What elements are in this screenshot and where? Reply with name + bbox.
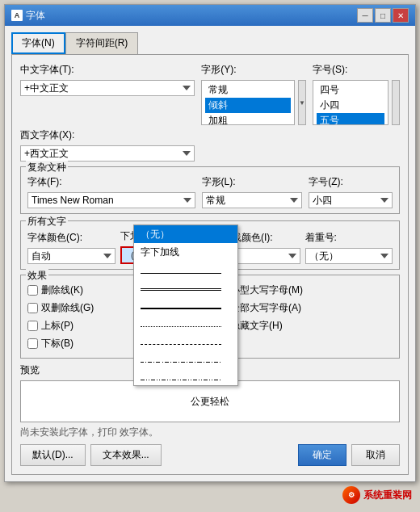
- tab-font[interactable]: 字体(N): [11, 32, 65, 54]
- tab-spacing[interactable]: 字符间距(R): [65, 32, 139, 54]
- chinese-font-group: 中文字体(T): +中文正文: [20, 63, 195, 125]
- tab-panel-font: 中文字体(T): +中文正文 字形(Y): 常规 倾斜 加粗 ▼: [11, 54, 409, 475]
- title-controls: ─ □ ✕: [357, 8, 409, 23]
- complex-font-label: 字体(F):: [27, 175, 195, 189]
- style-bold[interactable]: 加粗: [205, 113, 291, 125]
- superscript-label: 上标(P): [41, 319, 74, 333]
- size-5[interactable]: 五号: [317, 113, 384, 125]
- tab-bar: 字体(N) 字符间距(R): [11, 32, 409, 54]
- effect-small-caps: 小型大写字母(M): [216, 283, 393, 297]
- size-small4[interactable]: 小四: [317, 98, 384, 113]
- complex-section: 复杂文种 字体(F): Times New Roman 字形(L): 常规: [20, 166, 400, 214]
- dropdown-item-none[interactable]: （无）: [134, 225, 237, 243]
- row2: 西文字体(X): +西文正文: [20, 128, 400, 162]
- window-icon: A: [11, 10, 23, 21]
- logo-area: ⚙ 系统重装网: [342, 486, 412, 504]
- dropdown-item-dashed[interactable]: [134, 332, 237, 350]
- title-bar: A 字体 ─ □ ✕: [5, 5, 415, 26]
- chinese-font-label: 中文字体(T):: [20, 63, 195, 77]
- logo-text: 系统重装网: [363, 489, 412, 502]
- row1: 中文字体(T): +中文正文 字形(Y): 常规 倾斜 加粗 ▼: [20, 63, 400, 125]
- dropdown-item-dashdot[interactable]: [134, 350, 237, 367]
- ok-button[interactable]: 确定: [298, 444, 346, 466]
- preview-note: 尚未安装此字体，打印 效字体。: [20, 426, 400, 439]
- style-listbox[interactable]: 常规 倾斜 加粗: [201, 80, 295, 125]
- double-strikethrough-checkbox[interactable]: [27, 303, 38, 313]
- subscript-checkbox[interactable]: [27, 338, 38, 349]
- font-color-select[interactable]: 自动: [27, 248, 116, 264]
- text-effect-button[interactable]: 文本效果...: [90, 444, 162, 466]
- dropdown-item-thick[interactable]: [134, 296, 237, 314]
- size-4[interactable]: 四号: [317, 82, 384, 98]
- effects-title: 效果: [26, 269, 48, 283]
- close-button[interactable]: ✕: [393, 8, 409, 23]
- western-font-group: 西文字体(X): +西文正文: [20, 128, 195, 162]
- emphasis-select[interactable]: （无）: [305, 248, 393, 264]
- dropdown-item-word-underline[interactable]: 字下加线: [134, 243, 237, 261]
- preview-box: 公更轻松: [20, 380, 400, 422]
- style-normal[interactable]: 常规: [205, 82, 291, 98]
- size-listbox[interactable]: 四号 小四 五号: [313, 80, 388, 125]
- window-title: 字体: [26, 9, 45, 23]
- minimize-button[interactable]: ─: [357, 8, 373, 23]
- underline-dropdown: （无） 字下加线: [133, 225, 238, 386]
- effects-area: 效果 删除线(K) 小型大写字母(M) 双删除线(G): [20, 275, 400, 359]
- font-style-group: 字形(Y): 常规 倾斜 加粗 ▼: [201, 63, 306, 125]
- complex-size-select[interactable]: 小四: [309, 192, 393, 208]
- button-row: 默认(D)... 文本效果... 确定 取消: [20, 444, 400, 466]
- complex-size-group: 字号(Z): 小四: [309, 175, 393, 208]
- logo-icon: ⚙: [342, 486, 360, 504]
- dropdown-item-dotted[interactable]: [134, 314, 237, 332]
- all-text-title: 所有文字: [26, 215, 68, 229]
- effect-all-caps: 全部大写字母(A): [216, 301, 393, 315]
- dropdown-item-single[interactable]: [134, 261, 237, 279]
- font-color-label: 字体颜色(C):: [27, 231, 116, 245]
- complex-font-group: 字体(F): Times New Roman: [27, 175, 195, 208]
- complex-style-select[interactable]: 常规: [202, 192, 303, 208]
- dropdown-item-dashdotdot[interactable]: [134, 367, 237, 385]
- size-scrollbar[interactable]: [392, 80, 400, 125]
- emphasis-label: 着重号:: [305, 231, 393, 245]
- subscript-label: 下标(B): [41, 337, 74, 350]
- maximize-button[interactable]: □: [375, 8, 391, 23]
- font-dialog: A 字体 ─ □ ✕ 字体(N) 字符间距(R) 中文字体(T): +中文正文: [4, 4, 416, 482]
- font-size-group: 字号(S): 四号 小四 五号: [313, 63, 400, 125]
- double-strikethrough-label: 双删除线(G): [41, 301, 94, 315]
- strikethrough-checkbox[interactable]: [27, 285, 38, 296]
- dialog-content: 字体(N) 字符间距(R) 中文字体(T): +中文正文 字形(Y): 常规: [5, 26, 415, 481]
- font-size-label: 字号(S):: [313, 63, 400, 77]
- emphasis-group: 着重号: （无）: [305, 231, 393, 264]
- style-italic[interactable]: 倾斜: [205, 98, 291, 113]
- font-color-group: 字体颜色(C): 自动: [27, 231, 116, 264]
- strikethrough-label: 删除线(K): [41, 283, 83, 297]
- cancel-button[interactable]: 取消: [351, 444, 400, 466]
- dropdown-item-double[interactable]: [134, 279, 237, 296]
- effect-hidden: 隐藏文字(H): [216, 319, 393, 333]
- default-button[interactable]: 默认(D)...: [20, 444, 86, 466]
- complex-size-label: 字号(Z):: [309, 175, 393, 189]
- superscript-checkbox[interactable]: [27, 321, 38, 331]
- western-font-label: 西文字体(X):: [20, 128, 195, 142]
- complex-style-group: 字形(L): 常规: [202, 175, 303, 208]
- all-caps-label: 全部大写字母(A): [230, 301, 301, 315]
- preview-text: 公更轻松: [191, 395, 229, 409]
- complex-style-label: 字形(L):: [202, 175, 303, 189]
- complex-section-title: 复杂文种: [26, 161, 68, 174]
- chinese-font-select[interactable]: +中文正文: [20, 80, 195, 96]
- small-caps-label: 小型大写字母(M): [230, 283, 303, 297]
- style-scrollbar[interactable]: ▼: [298, 80, 306, 125]
- western-font-select[interactable]: +西文正文: [20, 145, 195, 162]
- complex-row: 字体(F): Times New Roman 字形(L): 常规 字号(Z):: [27, 175, 393, 208]
- complex-font-select[interactable]: Times New Roman: [27, 192, 195, 208]
- title-bar-left: A 字体: [11, 9, 45, 23]
- font-style-label: 字形(Y):: [201, 63, 306, 77]
